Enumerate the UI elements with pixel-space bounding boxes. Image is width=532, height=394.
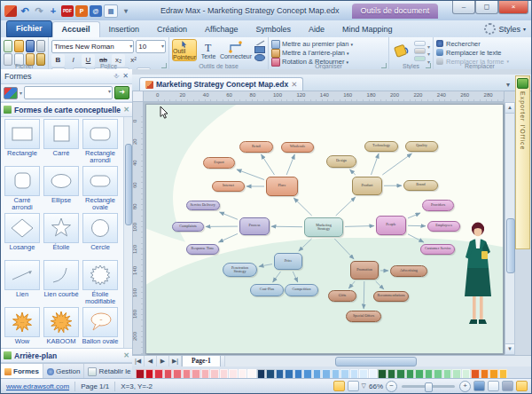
shape-item-lien-courb-[interactable]: Lien courbé xyxy=(42,260,81,307)
document-close-icon[interactable]: ✕ xyxy=(291,80,297,89)
shape-item-rectangle-ovale[interactable]: Rectangle ovale xyxy=(81,166,120,213)
palette-swatch[interactable] xyxy=(192,369,200,379)
undo-icon[interactable]: ↶ xyxy=(19,5,31,17)
palette-swatch[interactable] xyxy=(499,369,508,379)
map-node-employees[interactable]: Employees xyxy=(427,221,460,232)
palette-swatch[interactable] xyxy=(471,369,480,379)
shape-item-carr-[interactable]: Carré xyxy=(42,119,81,166)
tab-list-caret-icon[interactable]: ▾ xyxy=(506,81,510,91)
shape-item-losange[interactable]: Losange xyxy=(3,213,42,260)
shape-item-rectangle-arrondi[interactable]: Rectangle arrondi xyxy=(81,119,120,166)
palette-swatch[interactable] xyxy=(434,369,442,379)
shape-item-ballon-ovale[interactable]: ~Ballon ovale xyxy=(81,307,120,348)
find-button[interactable]: Rechercher xyxy=(436,39,523,48)
vscroll-thumb[interactable] xyxy=(506,218,515,273)
panel-tab-formes[interactable]: Formes xyxy=(1,364,43,379)
styles-menu-button[interactable]: Styles ▾ xyxy=(484,23,526,37)
shape-item-cercle[interactable]: Cercle xyxy=(81,213,120,260)
edrawsoft-link[interactable]: www.edrawsoft.com xyxy=(1,382,75,391)
menu-tab-insertion[interactable]: Insertion xyxy=(100,22,149,37)
palette-swatch[interactable] xyxy=(332,369,340,379)
palette-swatch[interactable] xyxy=(396,369,405,379)
map-node-process[interactable]: Process xyxy=(239,217,270,235)
palette-swatch[interactable] xyxy=(303,369,312,379)
filter-view-icon[interactable]: ▽ xyxy=(362,382,366,390)
maximize-button[interactable]: ◻ xyxy=(475,1,498,14)
menu-tab-mind-mapping[interactable]: Mind Mapping xyxy=(333,22,402,37)
send-to-back-button[interactable]: Mettre à l'arrière-plan▾ xyxy=(271,49,386,57)
palette-swatch[interactable] xyxy=(489,369,498,379)
pan-tool-icon[interactable] xyxy=(516,381,528,391)
redo-icon[interactable]: ↷ xyxy=(33,5,45,17)
map-node-penetration-strategy[interactable]: Penetration Strategy xyxy=(223,263,257,277)
map-node-customer-service[interactable]: Customer Service xyxy=(420,244,455,255)
page-view-icon[interactable] xyxy=(348,381,359,391)
palette-swatch[interactable] xyxy=(247,369,256,379)
palette-swatch[interactable] xyxy=(387,369,396,379)
map-node-quality[interactable]: Quality xyxy=(405,141,438,152)
text-tool-button[interactable]: T Texte xyxy=(200,39,217,61)
palette-swatch[interactable] xyxy=(340,369,349,379)
palette-swatch[interactable] xyxy=(481,369,489,379)
panel-close-icon[interactable]: ✕ xyxy=(122,72,129,81)
shape-item--toile-modifiable[interactable]: Étoile modifiable xyxy=(81,260,120,307)
font-family-combo[interactable]: Times New Roman xyxy=(51,40,134,53)
menu-tab-fichier[interactable]: Fichier xyxy=(6,20,52,37)
pin-icon[interactable]: ⎀ xyxy=(113,72,119,81)
palette-swatch[interactable] xyxy=(443,369,452,379)
panel-tab-gestion[interactable]: Gestion xyxy=(43,364,85,379)
shape-item-wow[interactable]: ~~Wow xyxy=(3,307,42,348)
print-icon[interactable] xyxy=(36,40,45,52)
palette-swatch[interactable] xyxy=(145,369,154,379)
hscroll-thumb[interactable] xyxy=(335,357,417,366)
palette-swatch[interactable] xyxy=(229,369,238,379)
palette-swatch[interactable] xyxy=(462,369,471,379)
scroll-down-icon[interactable]: ▼ xyxy=(505,343,514,354)
palette-swatch[interactable] xyxy=(425,369,434,379)
map-node-response-time[interactable]: Response Time xyxy=(186,244,219,255)
map-node-special-offers[interactable]: Special Offers xyxy=(346,311,381,322)
library-caret-icon[interactable]: ▾ xyxy=(20,90,22,96)
paint-bucket-icon[interactable] xyxy=(392,41,411,60)
replace-text-button[interactable]: Remplacer le texte xyxy=(436,48,523,57)
export-html-icon[interactable]: ▤ xyxy=(104,4,118,18)
shape-item-rectangle[interactable]: Rectangle xyxy=(3,119,42,166)
close-button[interactable]: × xyxy=(498,1,528,14)
palette-swatch[interactable] xyxy=(220,369,229,379)
export-mail-icon[interactable]: @ xyxy=(90,5,102,17)
zoom-in-button[interactable]: + xyxy=(459,381,471,392)
background-section-header[interactable]: Arrière-plan ✕ xyxy=(1,348,132,363)
palette-swatch[interactable] xyxy=(322,369,331,379)
map-node-retail[interactable]: Retail xyxy=(239,141,273,153)
shadow-style-icon[interactable] xyxy=(414,56,426,61)
palette-swatch[interactable] xyxy=(257,369,266,379)
new-icon[interactable] xyxy=(4,40,12,52)
drawing-page[interactable]: Marketing StrategyPlaceRetailWholesaleEx… xyxy=(145,104,504,354)
map-node-marketing-strategy[interactable]: Marketing Strategy xyxy=(304,217,343,237)
map-node-gifts[interactable]: Gifts xyxy=(328,290,356,302)
map-node-recommendations[interactable]: Recommendations xyxy=(373,291,409,302)
search-shapes-input[interactable] xyxy=(24,86,113,99)
shapes-scrollbar[interactable] xyxy=(123,117,132,348)
palette-swatch[interactable] xyxy=(415,369,424,379)
menu-tab-affichage[interactable]: Affichage xyxy=(196,22,246,37)
panel-tab-retablir[interactable]: Rétablir le fichi... xyxy=(84,364,132,379)
police-dialog-launcher[interactable] xyxy=(161,63,167,68)
normal-view-icon[interactable] xyxy=(333,381,345,391)
map-node-providers[interactable]: Providers xyxy=(422,200,454,211)
map-node-people[interactable]: People xyxy=(376,216,406,235)
open-icon[interactable] xyxy=(14,40,23,52)
zoom-out-button[interactable]: − xyxy=(386,381,397,392)
map-node-place[interactable]: Place xyxy=(266,177,298,196)
palette-swatch[interactable] xyxy=(136,369,145,379)
palette-swatch[interactable] xyxy=(285,369,293,379)
title-bar[interactable]: ↶↷+PDFP@▤▾ Edraw Max - Marketing Strateg… xyxy=(1,1,531,20)
zoom-slider-knob[interactable] xyxy=(425,382,433,392)
export-pdf-icon[interactable]: PDF xyxy=(61,5,74,17)
fill-style-icon[interactable] xyxy=(414,41,426,46)
scroll-up-icon[interactable]: ▲ xyxy=(505,103,514,114)
search-go-button[interactable]: ➜ xyxy=(114,86,129,99)
palette-swatch[interactable] xyxy=(406,369,415,379)
export-ppt-icon[interactable]: P xyxy=(75,5,88,17)
menu-tab-aide[interactable]: Aide xyxy=(300,22,333,37)
